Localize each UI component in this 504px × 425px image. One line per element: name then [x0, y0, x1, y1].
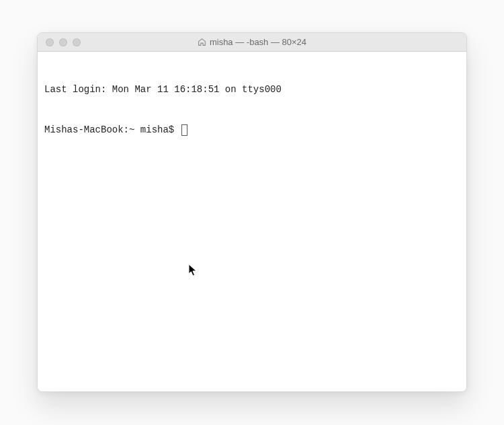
window-title-text: misha — -bash — 80×24 [210, 37, 306, 47]
prompt-line: Mishas-MacBook:~ misha$ [44, 123, 460, 137]
close-button[interactable] [46, 38, 54, 46]
window-titlebar[interactable]: misha — -bash — 80×24 [38, 33, 466, 52]
zoom-button[interactable] [73, 38, 81, 46]
minimize-button[interactable] [59, 38, 67, 46]
terminal-window: misha — -bash — 80×24 Last login: Mon Ma… [37, 32, 467, 392]
last-login-line: Last login: Mon Mar 11 16:18:51 on ttys0… [44, 83, 460, 96]
home-icon [198, 38, 206, 46]
window-title: misha — -bash — 80×24 [38, 37, 466, 47]
terminal-body[interactable]: Last login: Mon Mar 11 16:18:51 on ttys0… [38, 52, 466, 391]
window-controls [38, 38, 81, 46]
text-cursor [181, 124, 187, 136]
prompt-text: Mishas-MacBook:~ misha$ [44, 123, 180, 137]
